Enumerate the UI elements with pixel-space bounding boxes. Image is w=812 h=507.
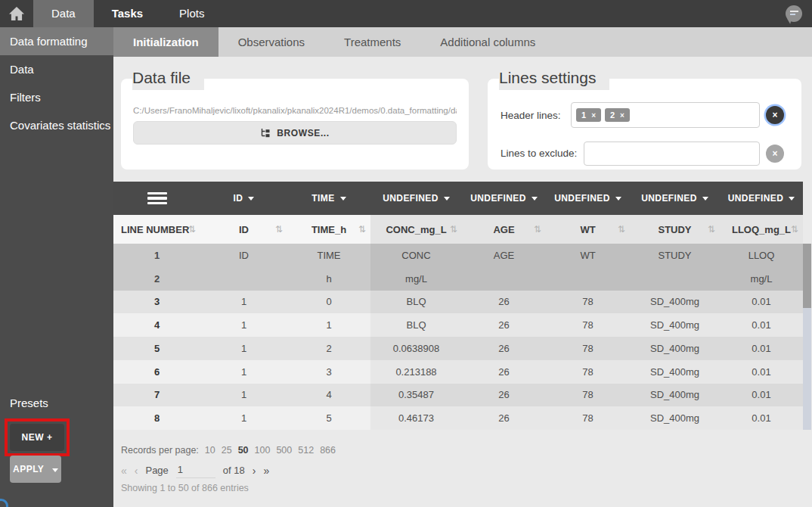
column-header-label: STUDY <box>658 224 691 235</box>
column-type-dropdown[interactable]: ID <box>200 182 287 215</box>
main-content: Initialization Observations Treatments A… <box>113 27 812 507</box>
table-cell: 1 <box>200 360 287 384</box>
lines-exclude-input[interactable] <box>584 142 760 166</box>
table-cell: SD_400mg <box>630 291 720 314</box>
first-page-button[interactable]: « <box>121 465 127 477</box>
column-type-dropdown[interactable]: TIME <box>287 182 370 215</box>
nav-tab-data[interactable]: Data <box>33 0 94 27</box>
sidebar-item-covariates-statistics[interactable]: Covariates statistics <box>0 111 113 139</box>
table-row: 310BLQ2678SD_400mg0.01 <box>113 291 803 314</box>
tab-treatments[interactable]: Treatments <box>324 27 420 57</box>
chevron-down-icon <box>789 197 795 201</box>
header-lines-input[interactable]: 1×2× <box>571 102 760 128</box>
table-cell: 4 <box>287 384 370 407</box>
column-header-label: CONC_mg_L <box>386 224 446 235</box>
table-cell: 3 <box>287 360 370 384</box>
tab-initialization[interactable]: Initialization <box>113 27 218 57</box>
table-cell: 78 <box>546 291 630 314</box>
tag-value: 1 <box>581 110 586 120</box>
column-header[interactable]: LLOQ_mg_L⇅ <box>720 215 803 244</box>
sort-icon[interactable]: ⇅ <box>618 224 625 235</box>
sort-icon[interactable]: ⇅ <box>534 224 541 235</box>
chat-icon[interactable] <box>786 5 802 22</box>
sort-icon[interactable]: ⇅ <box>791 224 798 235</box>
column-type-dropdown[interactable]: UNDEFINED <box>630 182 720 215</box>
table-cell <box>630 267 720 291</box>
column-header[interactable]: WT⇅ <box>546 215 630 244</box>
table-cell: 0 <box>287 291 370 314</box>
tab-additional-columns[interactable]: Additional columns <box>420 27 555 57</box>
column-header[interactable]: ID⇅ <box>200 215 287 244</box>
table-cell: mg/L <box>370 267 462 291</box>
page-number-input[interactable] <box>176 462 215 478</box>
table-menu-button[interactable] <box>113 182 200 215</box>
tab-observations[interactable]: Observations <box>218 27 324 57</box>
table-cell: 78 <box>546 313 630 337</box>
table-cell: 5 <box>287 406 370 430</box>
preset-apply-button[interactable]: APPLY <box>10 456 61 483</box>
table-cell: 0.35487 <box>370 384 462 407</box>
browse-button[interactable]: BROWSE... <box>133 121 457 145</box>
sort-icon[interactable]: ⇅ <box>708 224 715 235</box>
table-cell: 26 <box>462 384 546 407</box>
table-cell: STUDY <box>630 244 720 267</box>
scrollbar-thumb[interactable] <box>803 244 811 308</box>
column-type-header-row: IDTIMEUNDEFINEDUNDEFINEDUNDEFINEDUNDEFIN… <box>113 182 803 215</box>
column-header[interactable]: TIME_h⇅ <box>287 215 370 244</box>
table-cell: TIME <box>287 244 370 267</box>
sort-icon[interactable]: ⇅ <box>358 224 366 235</box>
table-body: 1IDTIMECONCAGEWTSTUDYLLOQ2hmg/Lmg/L310BL… <box>113 244 803 430</box>
page-size-option[interactable]: 512 <box>298 445 314 456</box>
lines-exclude-label: Lines to exclude: <box>501 148 577 159</box>
table-cell: AGE <box>462 244 546 267</box>
line-number-cell: 7 <box>113 384 200 407</box>
preset-new-button[interactable]: NEW + <box>10 424 64 451</box>
corner-logo-arc <box>0 499 8 507</box>
sort-icon[interactable]: ⇅ <box>188 224 196 235</box>
table-row: 411BLQ2678SD_400mg0.01 <box>113 313 803 337</box>
page-size-option[interactable]: 50 <box>238 445 249 456</box>
column-type-dropdown[interactable]: UNDEFINED <box>546 182 630 215</box>
preset-new-label: NEW <box>22 432 45 443</box>
table-cell: 0.213188 <box>370 360 462 384</box>
column-type-dropdown[interactable]: UNDEFINED <box>462 182 546 215</box>
header-line-tag: 2× <box>605 108 630 122</box>
page-size-option[interactable]: 866 <box>320 445 336 456</box>
sidebar-item-filters[interactable]: Filters <box>0 83 113 111</box>
page-size-option[interactable]: 100 <box>255 445 271 456</box>
clear-header-lines-button[interactable]: × <box>766 106 784 124</box>
column-type-dropdown[interactable]: UNDEFINED <box>370 182 462 215</box>
page-size-option[interactable]: 500 <box>276 445 292 456</box>
sort-icon[interactable]: ⇅ <box>275 224 283 235</box>
browse-label: BROWSE... <box>277 128 329 138</box>
page-size-option[interactable]: 10 <box>205 445 215 456</box>
table-cell: 0.01 <box>720 291 803 314</box>
table-cell: SD_400mg <box>630 360 720 384</box>
tag-remove-icon[interactable]: × <box>620 111 624 120</box>
sidebar-item-data[interactable]: Data <box>0 55 113 83</box>
home-button[interactable] <box>0 0 33 27</box>
nav-tab-plots[interactable]: Plots <box>161 0 222 27</box>
table-cell: 1 <box>200 313 287 337</box>
table-scrollbar[interactable] <box>803 244 811 430</box>
table-row: 1IDTIMECONCAGEWTSTUDYLLOQ <box>113 244 803 267</box>
last-page-button[interactable]: » <box>263 465 269 477</box>
page-count-label: of 18 <box>223 465 245 476</box>
column-header[interactable]: LINE NUMBER⇅ <box>113 215 200 244</box>
column-type-dropdown[interactable]: UNDEFINED <box>720 182 803 215</box>
line-number-cell: 4 <box>113 313 200 337</box>
table-cell: 78 <box>546 406 630 430</box>
next-page-button[interactable]: › <box>253 465 256 477</box>
column-header[interactable]: AGE⇅ <box>462 215 546 244</box>
column-header[interactable]: STUDY⇅ <box>630 215 720 244</box>
sidebar-item-data-formatting[interactable]: Data formatting <box>0 27 113 55</box>
prev-page-button[interactable]: ‹ <box>135 465 138 477</box>
page-size-option[interactable]: 25 <box>222 445 232 456</box>
nav-tab-tasks[interactable]: Tasks <box>94 0 161 27</box>
data-file-title: Data file <box>132 69 204 90</box>
table-cell: 1 <box>200 337 287 360</box>
clear-lines-exclude-button[interactable]: × <box>766 145 784 163</box>
column-header[interactable]: CONC_mg_L⇅ <box>370 215 462 244</box>
tag-remove-icon[interactable]: × <box>591 111 596 120</box>
sort-icon[interactable]: ⇅ <box>450 224 457 235</box>
